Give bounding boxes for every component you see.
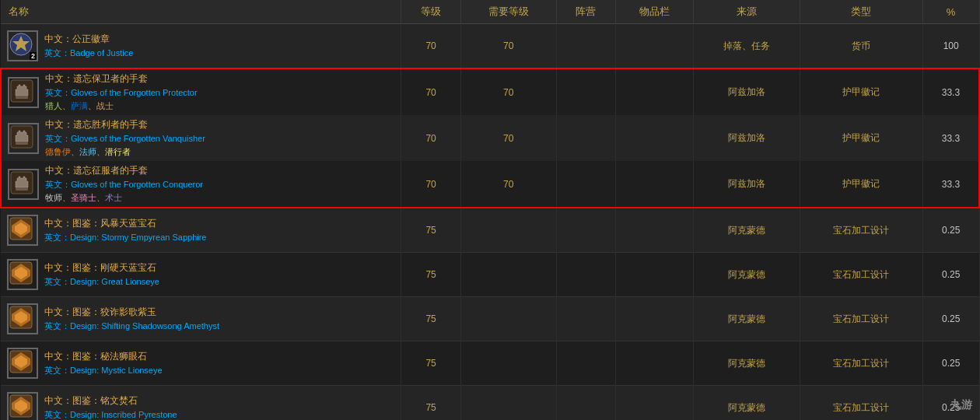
item-slot [616, 115, 694, 161]
item-level: 75 [401, 253, 460, 297]
item-cn-name: 中文：图鉴：秘法狮眼石 [44, 350, 163, 363]
col-req-level: 需要等级 [460, 0, 556, 24]
item-percent: 0.25 [922, 208, 979, 253]
item-req-level [460, 341, 556, 386]
item-faction [556, 297, 615, 341]
item-en-name: 英文：Gloves of the Forgotten Protector [45, 87, 198, 99]
table-row[interactable]: 中文：遗忘征服者的手套英文：Gloves of the Forgotten Co… [1, 161, 979, 208]
item-source: 阿克蒙德 [693, 253, 800, 297]
item-en-name: 英文：Design: Mystic Lionseye [44, 365, 163, 376]
item-icon [8, 77, 39, 108]
item-en-name: 英文：Design: Shifting Shadowsong Amethyst [44, 320, 219, 332]
col-faction: 阵营 [556, 0, 615, 24]
item-class-text: 德鲁伊、法师、潜行者 [45, 146, 205, 158]
item-faction [556, 253, 615, 297]
item-source: 阿兹加洛 [693, 115, 800, 161]
item-faction [556, 341, 615, 386]
col-type: 类型 [800, 0, 922, 24]
item-cn-name: 中文：遗忘胜利者的手套 [45, 118, 205, 131]
col-level: 等级 [401, 0, 460, 24]
item-type: 宝石加工设计 [800, 386, 922, 421]
item-source: 阿克蒙德 [693, 208, 800, 253]
item-en-name: 英文：Badge of Justice [44, 47, 133, 59]
item-slot [616, 253, 694, 297]
item-name-cell: 中文：遗忘保卫者的手套英文：Gloves of the Forgotten Pr… [1, 68, 401, 115]
table-row[interactable]: 中文：图鉴：铭文焚石英文：Design: Inscribed Pyrestone… [1, 386, 979, 421]
item-level: 70 [401, 115, 460, 161]
main-table-container: 名称 等级 需要等级 阵营 物品栏 来源 类型 % 2中文：公正徽章英文：Bad… [0, 0, 980, 420]
item-en-name: 英文：Gloves of the Forgotten Conqueror [45, 179, 203, 191]
item-req-level [460, 208, 556, 253]
item-name-cell: 中文：遗忘胜利者的手套英文：Gloves of the Forgotten Va… [1, 115, 401, 161]
item-req-level [460, 386, 556, 421]
item-type: 货币 [800, 24, 922, 69]
item-slot [616, 208, 694, 253]
item-level: 75 [401, 341, 460, 386]
item-req-level: 70 [460, 68, 556, 115]
item-cn-name: 中文：遗忘征服者的手套 [45, 164, 203, 177]
item-cn-name: 中文：图鉴：铭文焚石 [44, 394, 177, 408]
svg-rect-5 [16, 142, 28, 145]
item-req-level: 70 [460, 115, 556, 161]
item-name-cell: 中文：图鉴：刚硬天蓝宝石英文：Design: Great Lionseye [1, 253, 401, 297]
item-level: 70 [401, 161, 460, 208]
item-percent: 33.3 [922, 68, 979, 115]
item-icon [8, 169, 39, 200]
item-source: 阿克蒙德 [693, 341, 800, 386]
item-percent: 33.3 [922, 115, 979, 161]
item-slot [616, 341, 694, 386]
item-name-cell: 中文：图鉴：秘法狮眼石英文：Design: Mystic Lionseye [1, 341, 401, 386]
table-row[interactable]: 中文：遗忘胜利者的手套英文：Gloves of the Forgotten Va… [1, 115, 979, 161]
item-source: 阿兹加洛 [693, 161, 800, 208]
item-slot [616, 24, 694, 69]
item-faction [556, 161, 615, 208]
item-req-level: 70 [460, 24, 556, 69]
table-row[interactable]: 中文：图鉴：秘法狮眼石英文：Design: Mystic Lionseye75阿… [1, 341, 979, 386]
item-percent: 100 [922, 24, 979, 69]
svg-rect-3 [16, 96, 28, 99]
table-row[interactable]: 2中文：公正徽章英文：Badge of Justice7070掉落、任务货币10… [1, 24, 979, 69]
item-class-text: 猎人、萨满、战士 [45, 100, 198, 112]
item-cn-name: 中文：图鉴：风暴天蓝宝石 [44, 217, 206, 230]
item-icon: 2 [7, 30, 38, 61]
item-level: 75 [401, 297, 460, 341]
item-cn-name: 中文：图鉴：狡诈影歌紫玉 [44, 306, 219, 319]
svg-rect-7 [16, 187, 28, 191]
item-name-cell: 中文：图鉴：铭文焚石英文：Design: Inscribed Pyrestone [1, 386, 401, 421]
item-percent: 33.3 [922, 161, 979, 208]
item-icon [7, 215, 38, 246]
col-slot: 物品栏 [616, 0, 694, 24]
item-type: 宝石加工设计 [800, 208, 922, 253]
col-percent: % [922, 0, 979, 24]
item-level: 75 [401, 208, 460, 253]
item-name-cell: 中文：图鉴：风暴天蓝宝石英文：Design: Stormy Empyrean S… [1, 208, 401, 253]
item-type: 宝石加工设计 [800, 253, 922, 297]
item-type: 护甲徽记 [800, 161, 922, 208]
item-req-level: 70 [460, 161, 556, 208]
item-faction [556, 386, 615, 421]
table-row[interactable]: 中文：图鉴：风暴天蓝宝石英文：Design: Stormy Empyrean S… [1, 208, 979, 253]
item-type: 护甲徽记 [800, 68, 922, 115]
item-en-name: 英文：Design: Stormy Empyrean Sapphire [44, 232, 206, 243]
item-slot [616, 297, 694, 341]
item-percent: 0.25 [922, 297, 979, 341]
table-row[interactable]: 中文：图鉴：狡诈影歌紫玉英文：Design: Shifting Shadowso… [1, 297, 979, 341]
item-faction [556, 24, 615, 69]
item-icon [8, 123, 39, 154]
watermark: 九游 [950, 398, 972, 412]
item-req-level [460, 253, 556, 297]
item-level: 70 [401, 68, 460, 115]
item-req-level [460, 297, 556, 341]
item-faction [556, 68, 615, 115]
col-source: 来源 [693, 0, 800, 24]
table-header-row: 名称 等级 需要等级 阵营 物品栏 来源 类型 % [1, 0, 979, 24]
item-source: 阿兹加洛 [693, 68, 800, 115]
item-icon [7, 348, 38, 379]
item-type: 宝石加工设计 [800, 297, 922, 341]
item-icon [7, 392, 38, 420]
table-row[interactable]: 中文：遗忘保卫者的手套英文：Gloves of the Forgotten Pr… [1, 68, 979, 115]
item-en-name: 英文：Gloves of the Forgotten Vanquisher [45, 133, 205, 145]
item-icon [7, 303, 38, 334]
table-row[interactable]: 中文：图鉴：刚硬天蓝宝石英文：Design: Great Lionseye75阿… [1, 253, 979, 297]
item-name-cell: 2中文：公正徽章英文：Badge of Justice [1, 24, 401, 69]
